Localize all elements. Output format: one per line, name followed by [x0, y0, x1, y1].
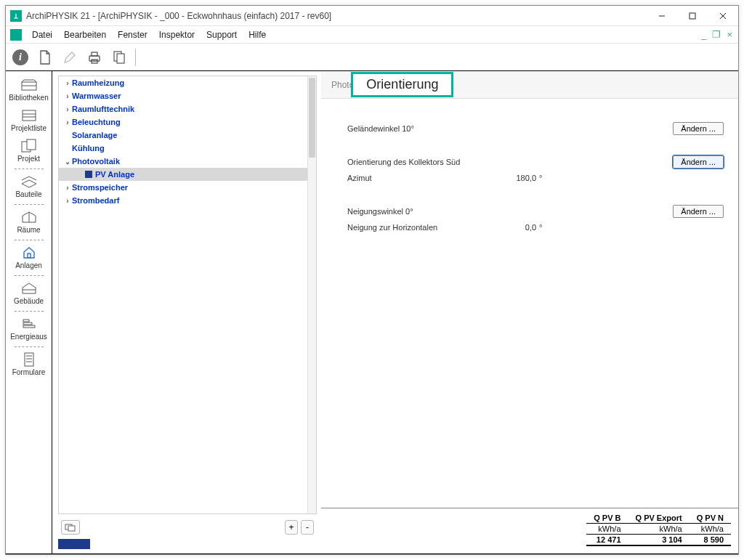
- window-title: ArchiPHYSIK 21 - [ArchiPHYSIK - _000 - E…: [26, 11, 647, 21]
- sidebar-divider: [15, 204, 44, 205]
- gelaendewinkel-label: Geländewinkel 10°: [347, 124, 493, 133]
- components-icon: [20, 174, 39, 190]
- info-button[interactable]: i: [10, 47, 31, 68]
- azimut-label: Azimut: [347, 174, 493, 182]
- menu-app-icon: [10, 29, 22, 41]
- tree-toolbar: + -: [58, 520, 317, 535]
- tree-item-photovoltaik[interactable]: ⌄Photovoltaik: [59, 155, 316, 168]
- chevron-right-icon: ›: [63, 184, 72, 192]
- sidebar-item-formulare[interactable]: Formulare: [9, 350, 49, 379]
- pv-node-icon: [85, 171, 92, 178]
- detail-body: Geländewinkel 10° Ändern ... Orientierun…: [321, 99, 738, 508]
- tree-add-button[interactable]: +: [285, 520, 298, 535]
- chevron-right-icon: ›: [63, 197, 72, 205]
- sidebar-item-projektliste[interactable]: Projektliste: [9, 106, 49, 135]
- library-icon: [20, 77, 39, 93]
- new-file-button[interactable]: [35, 47, 55, 68]
- menu-hilfe[interactable]: Hilfe: [243, 30, 272, 40]
- totals-value: 8 590: [690, 535, 731, 546]
- sidebar-label: Bibliotheken: [9, 94, 48, 102]
- maximize-button[interactable]: [677, 6, 708, 26]
- building-icon: [20, 280, 39, 296]
- neigung-change-button[interactable]: Ändern ...: [673, 205, 724, 218]
- sidebar-item-anlagen[interactable]: Anlagen: [9, 243, 49, 272]
- chevron-right-icon: ›: [63, 79, 72, 87]
- orientierung-change-button[interactable]: Ändern ...: [673, 155, 724, 169]
- mdi-close-icon[interactable]: ×: [724, 29, 735, 40]
- tab-orientierung[interactable]: Orientierung: [351, 72, 453, 97]
- sidebar-label: Projektliste: [11, 124, 46, 132]
- minimize-button[interactable]: [647, 6, 677, 26]
- sidebar-item-raeume[interactable]: Räume: [9, 208, 49, 237]
- app-window: ArchiPHYSIK 21 - [ArchiPHYSIK - _000 - E…: [5, 5, 739, 555]
- tree-item-beleuchtung[interactable]: ›Beleuchtung: [59, 115, 316, 129]
- tree-duplicate-button[interactable]: [61, 520, 80, 535]
- svg-rect-16: [27, 139, 36, 150]
- systems-icon: [20, 245, 39, 261]
- tree-item-warmwasser[interactable]: ›Warmwasser: [59, 89, 316, 102]
- menu-fenster[interactable]: Fenster: [112, 30, 153, 40]
- totals: Q PV B Q PV Export Q PV N kWh/a kWh/a kW…: [321, 508, 738, 553]
- tree[interactable]: ›Raumheizung ›Warmwasser ›Raumlufttechni…: [58, 76, 317, 514]
- tree-item-solaranlage[interactable]: Solaranlage: [59, 129, 316, 142]
- svg-rect-12: [23, 110, 36, 121]
- titlebar: ArchiPHYSIK 21 - [ArchiPHYSIK - _000 - E…: [6, 6, 738, 26]
- sidebar-item-bauteile[interactable]: Bauteile: [9, 172, 49, 201]
- gelaendewinkel-change-button[interactable]: Ändern ...: [673, 122, 724, 135]
- sidebar: Bibliotheken Projektliste Projekt Bautei…: [6, 71, 52, 553]
- print-button[interactable]: [84, 47, 105, 68]
- status-bar-indicator: [58, 539, 90, 549]
- project-list-icon: [20, 107, 39, 123]
- close-button[interactable]: [708, 6, 738, 26]
- orientierung-label: Orientierung des Kollektors Süd: [347, 158, 493, 166]
- sidebar-label: Energieaus: [10, 333, 47, 341]
- chevron-down-icon: ⌄: [63, 158, 72, 166]
- svg-rect-2: [690, 13, 695, 19]
- sidebar-label: Anlagen: [15, 261, 42, 269]
- menu-datei[interactable]: Datei: [26, 30, 58, 40]
- tree-item-kuehlung[interactable]: Kühlung: [59, 142, 316, 155]
- menubar: Datei Bearbeiten Fenster Inspektor Suppo…: [6, 26, 738, 44]
- menu-support[interactable]: Support: [201, 30, 243, 40]
- forms-icon: [20, 352, 39, 368]
- sidebar-divider: [15, 346, 44, 347]
- tree-item-raumheizung[interactable]: ›Raumheizung: [59, 76, 316, 89]
- detail-panel: Photo Orientierung Geländewinkel 10° Änd…: [321, 71, 738, 553]
- copy-button[interactable]: [109, 47, 129, 68]
- toolbar-separator: [135, 49, 136, 66]
- app-icon: [10, 10, 22, 22]
- group-neigung: Neigungswinkel 0° Ändern ... Neigung zur…: [347, 203, 724, 235]
- neigungswinkel-label: Neigungswinkel 0°: [347, 207, 493, 216]
- totals-unit: kWh/a: [586, 524, 628, 535]
- tab-row: Photo Orientierung: [321, 71, 738, 99]
- sidebar-item-bibliotheken[interactable]: Bibliotheken: [9, 76, 49, 105]
- totals-header: Q PV N: [690, 513, 731, 524]
- tree-scrollbar[interactable]: [307, 76, 316, 514]
- totals-unit: kWh/a: [690, 524, 731, 535]
- rooms-icon: [20, 209, 39, 225]
- scrollbar-thumb[interactable]: [309, 78, 315, 158]
- chevron-right-icon: ›: [63, 118, 72, 126]
- sidebar-divider: [15, 169, 44, 169]
- svg-rect-6: [92, 52, 97, 56]
- tree-item-strombedarf[interactable]: ›Strombedarf: [59, 194, 316, 207]
- menu-bearbeiten[interactable]: Bearbeiten: [58, 30, 112, 40]
- neigung-horizontal-unit: °: [536, 223, 548, 232]
- mdi-minimize-icon[interactable]: _: [698, 29, 709, 40]
- totals-value: 12 471: [586, 535, 628, 546]
- azimut-unit: °: [536, 174, 548, 182]
- sidebar-item-energieausweis[interactable]: Energieaus: [9, 315, 49, 344]
- neigung-horizontal-label: Neigung zur Horizontalen: [347, 223, 493, 232]
- chevron-right-icon: ›: [63, 92, 72, 100]
- mdi-restore-icon[interactable]: ❐: [709, 29, 724, 40]
- sidebar-item-projekt[interactable]: Projekt: [9, 137, 49, 166]
- tree-item-pv-anlage[interactable]: PV Anlage: [59, 168, 316, 181]
- sidebar-item-gebaeude[interactable]: Gebäude: [9, 279, 49, 308]
- totals-header: Q PV B: [586, 513, 628, 524]
- tree-remove-button[interactable]: -: [301, 520, 314, 535]
- svg-rect-24: [68, 526, 75, 531]
- tree-item-raumlufttechnik[interactable]: ›Raumlufttechnik: [59, 102, 316, 115]
- edit-button[interactable]: [60, 47, 80, 68]
- tree-item-stromspeicher[interactable]: ›Stromspeicher: [59, 181, 316, 194]
- menu-inspektor[interactable]: Inspektor: [153, 30, 201, 40]
